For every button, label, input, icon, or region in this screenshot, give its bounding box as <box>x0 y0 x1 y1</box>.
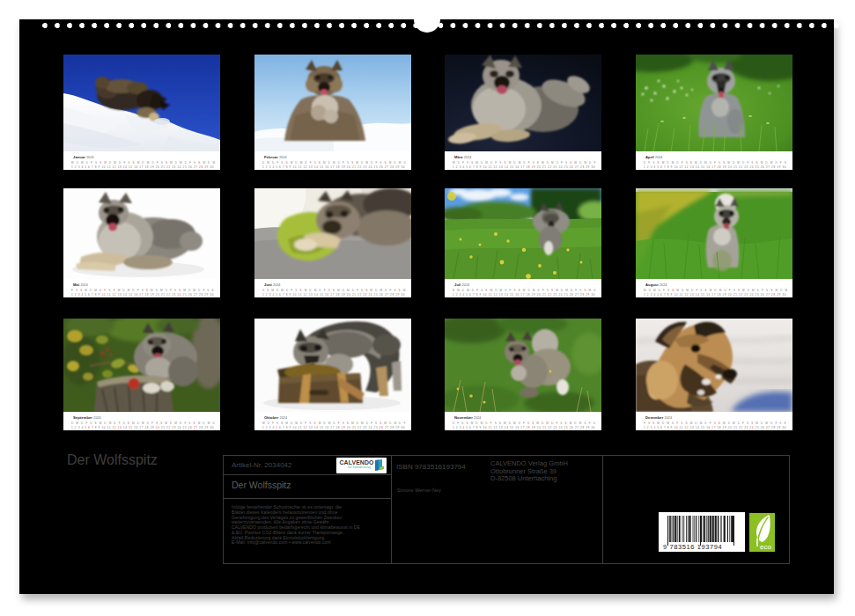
svg-text:eco: eco <box>760 543 771 551</box>
